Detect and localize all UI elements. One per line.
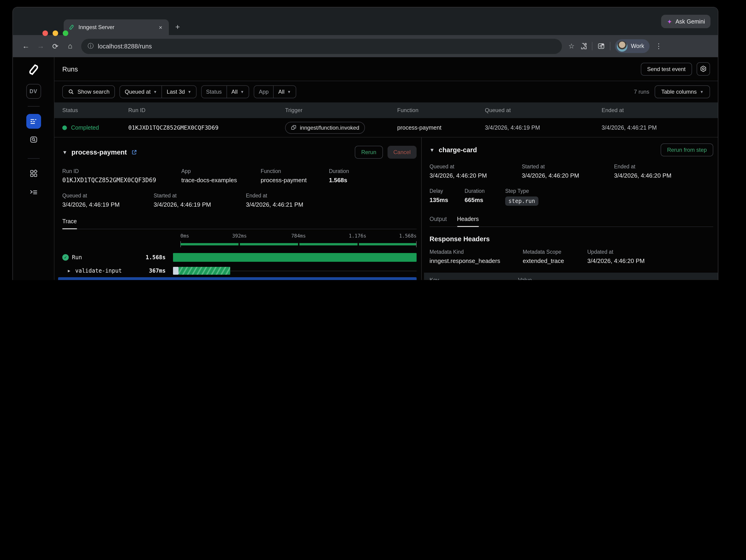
timeline-minimap[interactable] bbox=[180, 243, 417, 245]
chevron-down-icon: ▼ bbox=[153, 90, 157, 94]
run-title: process-payment bbox=[71, 149, 127, 156]
tab-title: Inngest Server bbox=[79, 24, 153, 30]
delay-label: Delay bbox=[430, 188, 465, 194]
queued-at-label: Queued at bbox=[62, 193, 154, 198]
event-squares-icon bbox=[291, 124, 297, 130]
trace-row-validate-input[interactable]: ▶validate-input 367ms bbox=[62, 264, 417, 277]
pane-divider bbox=[421, 138, 422, 280]
sidebar-item-apps[interactable] bbox=[26, 166, 41, 181]
duration-value: 1.568s bbox=[329, 177, 349, 184]
step-ended-at-label: Ended at bbox=[614, 164, 671, 169]
home-icon[interactable]: ⌂ bbox=[64, 42, 77, 50]
status-label: Completed bbox=[71, 124, 99, 131]
table-row[interactable]: Completed 01KJXD1TQCZ852GMEX0CQF3D69 inn… bbox=[54, 118, 718, 138]
sidebar-item-debugger[interactable] bbox=[26, 132, 41, 147]
site-info-icon[interactable]: ⓘ bbox=[88, 42, 94, 50]
col-queued-at: Queued at bbox=[485, 107, 602, 114]
function-link[interactable]: process-payment bbox=[261, 177, 329, 184]
step-type-label: Step Type bbox=[505, 188, 538, 194]
run-id-label: Run ID bbox=[62, 168, 181, 174]
chevron-right-icon[interactable]: ▶ bbox=[68, 268, 72, 273]
queued-at-value: 3/4/2026, 4:46:19 PM bbox=[62, 201, 154, 208]
reload-icon[interactable]: ⟳ bbox=[49, 42, 62, 51]
runs-count: 7 runs bbox=[634, 89, 649, 95]
time-range-select[interactable]: Last 3d▼ bbox=[162, 86, 196, 98]
table-columns-button[interactable]: Table columns▼ bbox=[655, 85, 710, 98]
step-title: charge-card bbox=[439, 146, 477, 154]
send-test-event-button[interactable]: Send test event bbox=[640, 62, 692, 76]
col-ended-at: Ended at bbox=[602, 107, 718, 114]
browser-toolbar: ← → ⟳ ⌂ ⓘ localhost:8288/runs ☆ bbox=[13, 35, 718, 57]
toolbar-divider-2 bbox=[610, 42, 611, 50]
ended-at-label: Ended at bbox=[246, 193, 303, 198]
browser-menu-icon[interactable]: ⋮ bbox=[655, 42, 662, 50]
tab-trace[interactable]: Trace bbox=[62, 218, 77, 229]
trigger-badge[interactable]: inngest/function.invoked bbox=[285, 122, 365, 134]
rerun-button[interactable]: Rerun bbox=[355, 146, 383, 159]
traffic-lights[interactable] bbox=[42, 30, 68, 36]
new-tab-button[interactable]: + bbox=[175, 23, 180, 32]
trace-row-charge-card[interactable]: ▼charge-card 800ms bbox=[58, 277, 417, 280]
avatar bbox=[617, 41, 628, 52]
ended-at-value: 3/4/2026, 4:46:21 PM bbox=[246, 201, 303, 208]
sidebar-item-runs[interactable] bbox=[26, 114, 41, 129]
tab-headers[interactable]: Headers bbox=[457, 216, 479, 227]
queued-at-value: 3/4/2026, 4:46:19 PM bbox=[485, 124, 602, 131]
nav-rail: DV bbox=[13, 57, 54, 280]
inngest-logo-icon[interactable] bbox=[27, 63, 40, 77]
collapse-chevron-icon[interactable]: ▼ bbox=[62, 149, 67, 155]
chevron-down-icon: ▼ bbox=[188, 90, 191, 94]
env-badge[interactable]: DV bbox=[26, 84, 41, 99]
chevron-down-icon: ▼ bbox=[287, 90, 291, 94]
headers-table: Key Value Status Code206 Content-Length2… bbox=[430, 273, 713, 280]
collapse-chevron-icon[interactable]: ▼ bbox=[430, 147, 435, 153]
col-run-id: Run ID bbox=[128, 107, 285, 114]
duration-label: Duration bbox=[329, 168, 349, 174]
step-started-at-label: Started at bbox=[522, 164, 614, 169]
url-bar[interactable]: ⓘ localhost:8288/runs bbox=[81, 38, 562, 54]
maximize-window-button[interactable] bbox=[63, 30, 68, 36]
close-window-button[interactable] bbox=[42, 30, 48, 36]
trace-row-run[interactable]: ✓Run 1.568s bbox=[62, 250, 417, 264]
runs-table-header: Status Run ID Trigger Function Queued at… bbox=[54, 102, 718, 118]
status-dot-completed bbox=[62, 125, 67, 130]
settings-button[interactable] bbox=[697, 62, 710, 76]
page-header: Runs Send test event bbox=[54, 57, 718, 81]
function-label: Function bbox=[261, 168, 329, 174]
ask-gemini-button[interactable]: ✦ Ask Gemini bbox=[661, 15, 711, 28]
rerun-from-step-button[interactable]: Rerun from step bbox=[661, 144, 713, 156]
chevron-down-icon: ▼ bbox=[240, 90, 244, 94]
step-queued-at-label: Queued at bbox=[430, 164, 522, 169]
chevron-down-icon: ▼ bbox=[700, 90, 704, 94]
rail-divider bbox=[27, 106, 39, 107]
browser-window: Inngest Server × + ✦ Ask Gemini ← → ⟳ ⌂ … bbox=[13, 7, 718, 280]
headers-table-header: Key Value bbox=[424, 273, 718, 280]
tab-output[interactable]: Output bbox=[430, 216, 447, 227]
sidebar-item-stream[interactable] bbox=[26, 184, 41, 199]
cancel-button[interactable]: Cancel bbox=[387, 146, 417, 159]
updated-at-value: 3/4/2026, 4:46:20 PM bbox=[587, 257, 645, 264]
reading-mode-icon[interactable] bbox=[597, 42, 605, 50]
browser-tab[interactable]: Inngest Server × bbox=[64, 19, 169, 35]
app-select[interactable]: All▼ bbox=[274, 86, 296, 98]
response-headers-title: Response Headers bbox=[430, 235, 713, 243]
external-link-icon[interactable] bbox=[131, 149, 138, 155]
bookmark-star-icon[interactable]: ☆ bbox=[568, 42, 575, 50]
delay-value: 135ms bbox=[430, 197, 465, 203]
close-tab-icon[interactable]: × bbox=[157, 24, 164, 31]
toolbar-divider bbox=[592, 42, 593, 50]
doc-search-icon bbox=[29, 135, 38, 144]
extensions-puzzle-icon[interactable] bbox=[579, 42, 587, 50]
app-link[interactable]: trace-docs-examples bbox=[181, 177, 261, 184]
minimize-window-button[interactable] bbox=[53, 30, 58, 36]
inngest-app: DV bbox=[13, 57, 718, 280]
forward-icon[interactable]: → bbox=[34, 42, 47, 50]
queued-at-field-select[interactable]: Queued at▼ bbox=[120, 86, 162, 98]
back-icon[interactable]: ← bbox=[19, 42, 32, 50]
metadata-kind-label: Metadata Kind bbox=[430, 249, 523, 255]
run-detail-pane: ▼ process-payment Rerun Cancel bbox=[54, 138, 421, 280]
show-search-button[interactable]: Show search bbox=[62, 85, 115, 98]
status-select[interactable]: All▼ bbox=[226, 86, 249, 98]
check-circle-icon: ✓ bbox=[62, 254, 69, 260]
profile-button[interactable]: Work bbox=[615, 39, 650, 53]
